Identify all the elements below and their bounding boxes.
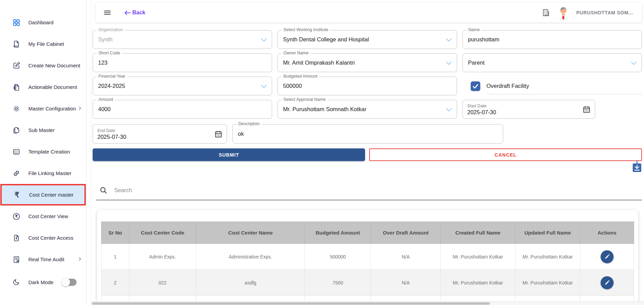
download-icon[interactable] [632, 160, 642, 172]
col-cost-center-name: Cost Center Name [196, 222, 305, 244]
budgeted-amount-input[interactable]: Budgeted Amount 500000 [278, 77, 457, 95]
horizontal-scrollbar[interactable] [91, 301, 644, 305]
sidebar-item-template-creation[interactable]: Template Creation [0, 141, 86, 162]
financial-year-value: 2024-2025 [98, 83, 125, 89]
cell-sr-no: 2 [102, 270, 129, 296]
sidebar-item-label: Template Creation [28, 149, 70, 155]
overdraft-checkbox[interactable] [471, 81, 480, 91]
table-card: Sr No Cost Center Code Cost Center Name … [97, 210, 638, 305]
sidebar-item-file-linking-master[interactable]: File Linking Master [0, 162, 86, 184]
short-code-value: 123 [98, 59, 108, 66]
sidebar-item-label: Sub Master [28, 127, 55, 133]
chevron-down-icon[interactable] [261, 37, 267, 42]
rupee-icon: ₹ [12, 190, 22, 199]
edit-button[interactable] [601, 250, 614, 263]
dark-mode-toggle[interactable] [62, 279, 77, 286]
sidebar-item-master-configuration[interactable]: Master Configuration [0, 98, 86, 119]
menu-icon[interactable] [103, 8, 112, 17]
col-sr-no: Sr No [102, 222, 129, 244]
organization-label: Organization [97, 27, 124, 32]
sidebar-item-label: Master Configuration [28, 106, 76, 111]
owner-name-value: Mr. Amit Omprakash Kalantri [283, 59, 355, 66]
amount-input[interactable]: Amount 4000 [93, 100, 272, 119]
sidebar-item-label: Actionable Document [28, 84, 77, 90]
edit-button[interactable] [601, 276, 614, 289]
sidebar-item-label: File Linking Master [28, 170, 71, 176]
approval-name-select[interactable]: Select Approval Name Mr. Purushottam Som… [278, 100, 457, 119]
sidebar-item-dashboard[interactable]: Dashboard [0, 12, 86, 33]
end-date-label: End Date [97, 128, 115, 133]
amount-value: 4000 [98, 106, 111, 112]
sidebar-item-cost-center-view[interactable]: ₹ Cost Center View [0, 205, 86, 227]
owner-name-select[interactable]: Owner Name Mr. Amit Omprakash Kalantri [278, 53, 457, 72]
chevron-down-icon[interactable] [261, 84, 267, 89]
sidebar-item-my-file-cabinet[interactable]: DOC My File Cabinet [0, 33, 86, 55]
file-cabinet-icon: DOC [12, 39, 21, 49]
description-label: Description [237, 121, 261, 126]
chevron-right-icon[interactable] [78, 106, 81, 111]
calendar-icon[interactable] [582, 105, 591, 114]
chevron-down-icon[interactable] [446, 37, 452, 42]
short-code-input[interactable]: Short Code 123 [93, 53, 272, 72]
organization-select[interactable]: Organization Synth [93, 30, 272, 49]
profile-name[interactable]: PURUSHOTTAM SOM... [576, 10, 633, 15]
sidebar-item-real-time-audit[interactable]: Real Time Audit [0, 249, 86, 270]
cell-created-full-name: Mr. Purushottam Kotkar [441, 270, 515, 296]
col-created-full-name: Created Full Name [441, 222, 515, 244]
form-actions: SUBMIT CANCEL [93, 148, 642, 161]
cell-cost-center-code: Admin Exps. [129, 244, 196, 270]
col-updated-full-name: Updated Full Name [515, 222, 580, 244]
name-value: purushottam [468, 36, 499, 43]
back-button[interactable]: Back [124, 10, 145, 16]
svg-text:₹: ₹ [15, 237, 17, 240]
financial-year-select[interactable]: Financial Year 2024-2025 [93, 77, 272, 95]
chevron-down-icon[interactable] [446, 61, 452, 65]
owner-name-label: Owner Name [282, 51, 310, 55]
chevron-down-icon[interactable] [446, 107, 452, 112]
rupee-circle-icon: ₹ [12, 212, 21, 221]
table-header-row: Sr No Cost Center Code Cost Center Name … [102, 222, 634, 244]
parent-select[interactable]: Parent [462, 53, 642, 72]
sidebar-item-cost-center-access[interactable]: ₹ Cost Center Access [0, 227, 86, 249]
search-input[interactable] [114, 187, 639, 194]
cell-updated-full-name: Mr. Purushottam Kotkar [515, 244, 580, 270]
avatar[interactable] [557, 6, 569, 19]
chevron-down-icon[interactable] [631, 61, 637, 65]
sidebar-item-label: Create New Document [28, 63, 80, 68]
sidebar-item-label: Dashboard [28, 19, 53, 25]
topbar-right: PURUSHOTTAM SOM... [541, 6, 633, 19]
description-input[interactable]: Description ok [232, 124, 503, 144]
sidebar-item-actionable-document[interactable]: Actionable Document [0, 76, 86, 98]
name-input[interactable]: Name purushottam [462, 30, 642, 49]
cell-created-full-name: Mr. Purushottam Kotkar [441, 244, 515, 270]
cell-over-draft-amount: N/A [371, 270, 441, 296]
cell-actions [580, 270, 634, 296]
building-icon[interactable] [541, 8, 550, 17]
pencil-icon [604, 280, 610, 286]
working-institute-select[interactable]: Select Working Institute Synth Dental Co… [278, 30, 457, 49]
end-date-value: 2025-07-30 [97, 134, 126, 140]
organization-value: Synth [98, 36, 112, 43]
sidebar-item-sub-master[interactable]: Sub Master [0, 119, 86, 141]
chevron-right-icon[interactable] [78, 256, 81, 262]
sidebar-item-dark-mode: Dark Mode [0, 273, 86, 292]
sidebar-item-label: Cost Center Access [28, 235, 73, 241]
budgeted-amount-label: Budgeted Amount [282, 74, 319, 79]
approval-name-value: Mr. Purushottam Somnath Kotkar [283, 106, 366, 112]
cancel-button[interactable]: CANCEL [369, 148, 642, 161]
app-root: Dashboard DOC My File Cabinet Create New… [0, 0, 644, 305]
cell-actions [580, 244, 634, 270]
scrollbar-thumb[interactable] [92, 302, 490, 305]
start-date-picker[interactable]: Start Date 2025-07-30 [462, 100, 595, 119]
cell-cost-center-code: 022 [129, 270, 196, 296]
sidebar: Dashboard DOC My File Cabinet Create New… [0, 0, 86, 305]
table-row: 1 Admin Exps. Administrative Exps. 50000… [102, 244, 634, 270]
calendar-icon[interactable] [214, 130, 223, 138]
gear-icon [12, 104, 21, 113]
overdraft-underline [486, 94, 642, 94]
sidebar-item-create-new-document[interactable]: Create New Document [0, 55, 86, 76]
end-date-picker[interactable]: End Date 2025-07-30 [93, 124, 227, 144]
submit-button[interactable]: SUBMIT [93, 148, 365, 161]
short-code-label: Short Code [97, 51, 122, 55]
sidebar-item-cost-center-master[interactable]: ₹ Cost Center master [0, 184, 86, 205]
